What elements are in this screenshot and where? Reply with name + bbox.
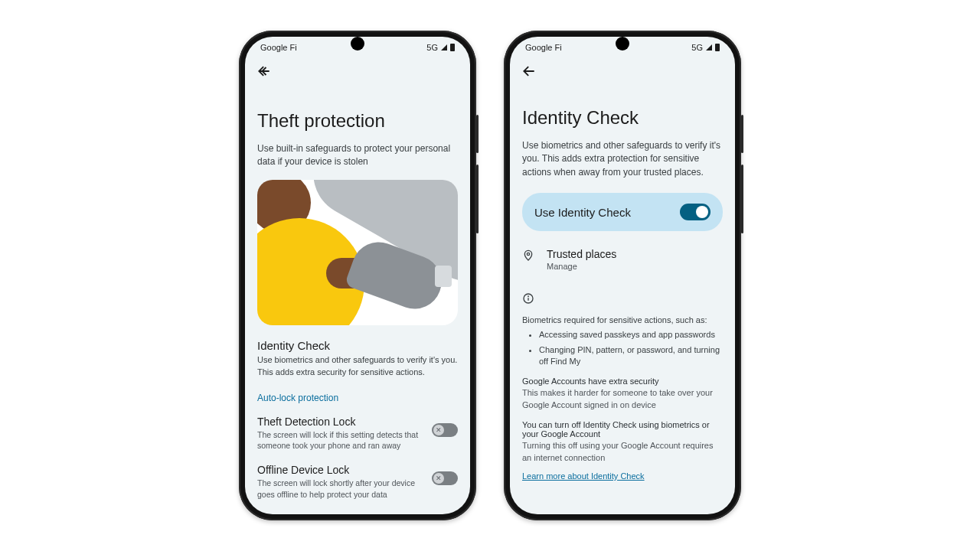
- turn-off-info-block: You can turn off Identity Check using bi…: [522, 420, 723, 464]
- signal-icon: [441, 44, 447, 51]
- theft-detection-lock-row[interactable]: Theft Detection Lock The screen will loc…: [257, 416, 458, 452]
- offline-lock-sub: The screen will lock shortly after your …: [257, 478, 424, 500]
- network-label: 5G: [691, 43, 703, 52]
- page-title: Identity Check: [522, 107, 723, 129]
- svg-point-0: [527, 253, 529, 256]
- auto-lock-section-header: Auto-lock protection: [257, 393, 458, 403]
- offline-device-lock-row[interactable]: Offline Device Lock The screen will lock…: [257, 464, 458, 500]
- theft-detection-title: Theft Detection Lock: [257, 416, 424, 428]
- page-subtitle: Use built-in safeguards to protect your …: [257, 142, 458, 169]
- bullet-item: Changing PIN, pattern, or password, and …: [539, 344, 723, 368]
- battery-icon: [450, 44, 455, 51]
- biometrics-bullet-list: Accessing saved passkeys and app passwor…: [539, 329, 723, 367]
- offline-lock-toggle[interactable]: ✕: [432, 471, 458, 485]
- camera-notch: [616, 37, 629, 51]
- svg-point-3: [528, 296, 529, 297]
- location-pin-icon: [522, 249, 536, 265]
- screen-right: Google Fi 5G Identity Check Use biometri…: [510, 37, 735, 514]
- network-label: 5G: [426, 43, 438, 52]
- status-right: 5G: [426, 43, 455, 52]
- camera-notch: [351, 37, 364, 51]
- learn-more-link[interactable]: Learn more about Identity Check: [522, 471, 645, 481]
- use-identity-check-label: Use Identity Check: [534, 206, 631, 219]
- info-icon: [522, 292, 723, 308]
- back-arrow-icon[interactable]: [256, 63, 273, 80]
- back-arrow-icon[interactable]: [521, 63, 537, 80]
- use-identity-check-toggle[interactable]: [680, 204, 710, 220]
- carrier-label: Google Fi: [525, 43, 562, 52]
- offline-lock-title: Offline Device Lock: [257, 464, 424, 476]
- trusted-places-sub: Manage: [547, 262, 616, 271]
- identity-check-subtitle: Use biometrics and other safeguards to v…: [257, 354, 458, 379]
- trusted-places-title: Trusted places: [547, 248, 616, 260]
- battery-icon: [715, 44, 720, 51]
- screen-left: Google Fi 5G Theft protection Use built-…: [245, 37, 470, 514]
- theft-detection-toggle[interactable]: ✕: [432, 423, 458, 437]
- accounts-security-block: Google Accounts have extra security This…: [522, 377, 723, 411]
- identity-check-title[interactable]: Identity Check: [257, 339, 458, 352]
- theft-detection-sub: The screen will lock if this setting det…: [257, 429, 424, 452]
- carrier-label: Google Fi: [260, 43, 297, 52]
- status-right: 5G: [691, 43, 720, 52]
- use-identity-check-card[interactable]: Use Identity Check: [522, 193, 723, 231]
- page-title: Theft protection: [257, 110, 458, 132]
- bullet-item: Accessing saved passkeys and app passwor…: [539, 329, 723, 341]
- theft-illustration: [257, 180, 458, 325]
- biometrics-info-head: Biometrics required for sensitive action…: [522, 315, 723, 324]
- page-subtitle: Use biometrics and other safeguards to v…: [522, 139, 723, 179]
- phone-frame-left: Google Fi 5G Theft protection Use built-…: [239, 31, 476, 520]
- phone-frame-right: Google Fi 5G Identity Check Use biometri…: [504, 31, 741, 520]
- signal-icon: [706, 44, 712, 51]
- trusted-places-row[interactable]: Trusted places Manage: [522, 248, 723, 271]
